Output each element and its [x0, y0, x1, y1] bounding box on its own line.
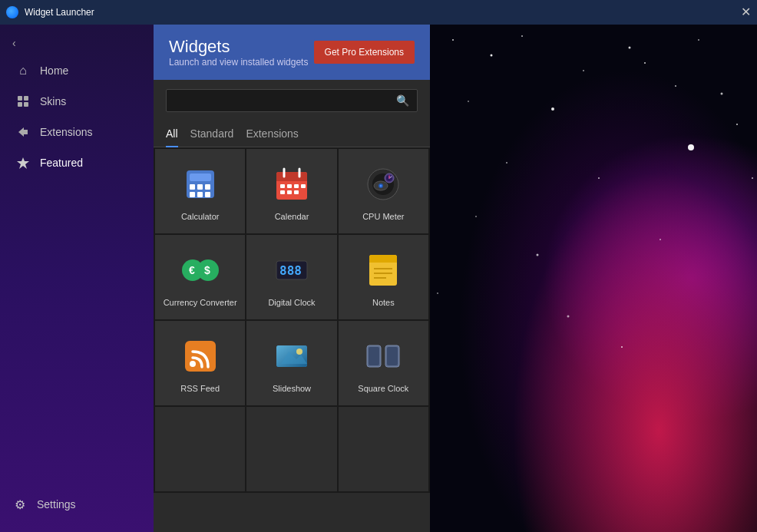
page-subtitle: Launch and view installed widgets	[169, 57, 308, 68]
slideshow-label: Slideshow	[273, 384, 311, 393]
widget-slideshow[interactable]: Slideshow	[246, 321, 336, 405]
svg-rect-46	[185, 341, 216, 372]
settings-label: Settings	[37, 498, 76, 511]
svg-rect-22	[294, 190, 299, 194]
settings-icon: ⚙	[12, 497, 28, 512]
sidebar: ‹ ⌂ Home Skins Extensions	[0, 25, 154, 532]
svg-rect-54	[369, 347, 379, 365]
svg-rect-19	[301, 184, 306, 188]
svg-rect-18	[294, 184, 299, 188]
svg-rect-11	[197, 192, 203, 197]
svg-point-61	[675, 85, 676, 87]
svg-rect-0	[18, 96, 22, 101]
widget-empty-2	[246, 407, 336, 491]
svg-point-72	[537, 254, 539, 256]
skins-icon	[15, 94, 31, 109]
page-title: Widgets	[169, 37, 308, 57]
svg-rect-9	[205, 184, 210, 190]
svg-point-77	[621, 346, 623, 348]
close-button[interactable]: ✕	[741, 6, 751, 18]
back-button[interactable]: ‹	[0, 31, 154, 55]
svg-point-47	[190, 361, 196, 367]
content-header: Widgets Launch and view installed widget…	[154, 25, 430, 80]
cpu-icon	[363, 164, 403, 204]
widget-notes[interactable]: Notes	[339, 235, 428, 319]
svg-rect-10	[190, 192, 195, 197]
svg-rect-16	[280, 184, 285, 188]
currency-converter-label: Currency Converter	[164, 298, 237, 307]
tab-all[interactable]: All	[166, 121, 178, 147]
currency-icon: € $	[180, 250, 220, 290]
tab-standard[interactable]: Standard	[190, 121, 234, 147]
svg-point-57	[491, 55, 493, 57]
tab-extensions[interactable]: Extensions	[246, 121, 298, 147]
svg-marker-4	[17, 157, 29, 169]
widget-empty-1	[155, 407, 245, 491]
sidebar-item-skins[interactable]: Skins	[3, 86, 150, 117]
svg-point-56	[452, 39, 454, 41]
svg-point-59	[583, 70, 584, 71]
settings-item[interactable]: ⚙ Settings	[0, 489, 154, 520]
svg-point-66	[721, 93, 723, 95]
svg-rect-8	[197, 184, 203, 190]
widget-grid: Calculator	[154, 147, 430, 493]
widget-digital-clock[interactable]: 888 Digital Clock	[246, 235, 336, 319]
sidebar-item-home-label: Home	[40, 64, 68, 77]
svg-text:$: $	[204, 264, 210, 276]
svg-rect-15	[276, 178, 307, 181]
extensions-icon	[15, 124, 31, 140]
widget-cpu-meter[interactable]: CPU Meter	[339, 149, 428, 233]
back-icon: ‹	[12, 37, 16, 49]
stars	[430, 25, 757, 532]
content-area: Widgets Launch and view installed widget…	[154, 25, 430, 532]
home-icon: ⌂	[15, 63, 31, 78]
digital-clock-icon: 888	[272, 250, 312, 290]
widget-calendar[interactable]: Calendar	[246, 149, 336, 233]
title-bar-left: Widget Launcher	[6, 6, 94, 18]
slideshow-icon	[272, 336, 312, 376]
sidebar-item-home[interactable]: ⌂ Home	[3, 55, 150, 86]
app-title: Widget Launcher	[25, 7, 94, 18]
svg-point-68	[506, 162, 507, 164]
sidebar-item-featured[interactable]: Featured	[3, 147, 150, 178]
svg-point-70	[736, 124, 738, 125]
digital-clock-label: Digital Clock	[268, 298, 315, 307]
widget-empty-3	[339, 407, 428, 491]
widget-square-clock[interactable]: Square Clock	[339, 321, 428, 405]
notes-label: Notes	[372, 298, 395, 307]
svg-point-67	[688, 144, 694, 150]
widget-calculator[interactable]: Calculator	[155, 149, 245, 233]
search-input[interactable]	[174, 95, 396, 107]
svg-point-63	[551, 107, 554, 111]
svg-rect-3	[24, 102, 28, 107]
calendar-icon	[272, 164, 312, 204]
get-pro-button[interactable]: Get Pro Extensions	[314, 41, 415, 64]
sidebar-item-featured-label: Featured	[40, 157, 83, 169]
widget-rss-feed[interactable]: RSS Feed	[155, 321, 245, 405]
svg-point-58	[521, 35, 523, 37]
notes-icon	[363, 250, 403, 290]
tabs-bar: All Standard Extensions	[154, 121, 430, 147]
svg-rect-12	[205, 192, 210, 197]
svg-point-33	[380, 185, 382, 187]
svg-rect-2	[18, 102, 22, 107]
svg-point-71	[475, 216, 477, 217]
main-layout: ‹ ⌂ Home Skins Extensions	[0, 25, 757, 532]
svg-text:888: 888	[279, 263, 302, 278]
svg-rect-1	[24, 96, 28, 101]
svg-point-75	[437, 292, 438, 294]
widget-currency-converter[interactable]: € $ Currency Converter	[155, 235, 245, 319]
wallpaper	[430, 25, 757, 532]
rss-icon	[180, 336, 220, 376]
svg-rect-17	[287, 184, 292, 188]
svg-point-76	[567, 316, 570, 318]
svg-point-73	[659, 239, 661, 240]
svg-point-62	[468, 101, 469, 102]
svg-rect-21	[287, 190, 292, 194]
sidebar-bottom: ⚙ Settings	[0, 489, 154, 532]
cpu-meter-label: CPU Meter	[362, 212, 404, 221]
svg-rect-42	[369, 259, 397, 263]
sidebar-item-extensions[interactable]: Extensions	[3, 117, 150, 147]
search-button[interactable]: 🔍	[396, 94, 409, 107]
svg-rect-6	[190, 173, 211, 181]
